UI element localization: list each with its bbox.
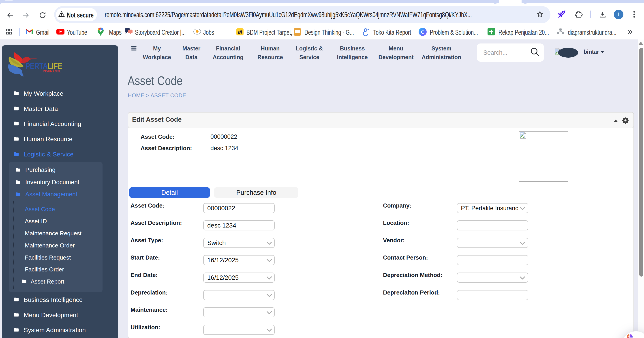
svg-text:INSURANCE: INSURANCE [43, 69, 61, 73]
svg-text:C: C [421, 29, 424, 35]
